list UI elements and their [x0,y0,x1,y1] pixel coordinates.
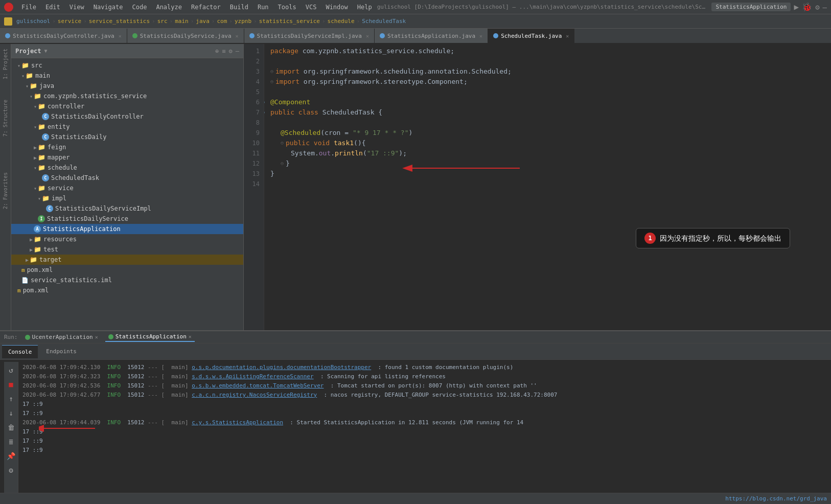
breadcrumb-stats-service[interactable]: statistics_service [259,18,320,25]
code-line-11: System.out.println("17 ::9"); [270,148,825,158]
minimize-button[interactable]: — [823,3,827,11]
tree-StatisticsDaily[interactable]: C StatisticsDaily [11,132,243,142]
run-tab-green-icon-1 [25,335,30,340]
sidebar-project-label[interactable]: 1: Project [3,47,8,81]
menu-build[interactable]: Build [226,3,252,12]
menu-tools[interactable]: Tools [274,3,301,12]
minimize-panel-icon[interactable]: — [236,48,239,55]
pin-button[interactable]: 📌 [5,450,17,462]
tree-feign[interactable]: ▶ 📁 feign [11,142,243,152]
run-tab-ucenter[interactable]: UcenterApplication ✕ [22,333,101,341]
breadcrumb-java[interactable]: java [196,18,210,25]
tree-mapper[interactable]: ▶ 📁 mapper [11,152,243,163]
project-label: Project [15,48,41,55]
log-line-1: 2020-06-08 17:09:42.130 INFO 15012 --- [… [22,363,823,372]
tab-ScheduledTask[interactable]: ScheduledTask.java ✕ [488,29,574,43]
breadcrumb-yzpnb[interactable]: yzpnb [235,18,251,25]
sidebar-structure-label[interactable]: 7: Structure [3,98,8,139]
code-content[interactable]: package com.yzpnb.statistics_service.sch… [264,44,831,330]
settings-button[interactable]: ⚙ [815,3,819,11]
menu-edit[interactable]: Edit [41,3,64,12]
gear-icon[interactable]: ⚙ [229,48,233,55]
breadcrumb-main[interactable]: main [175,18,189,25]
menu-window[interactable]: Window [321,3,352,12]
menu-view[interactable]: View [65,3,88,12]
wrap-button[interactable]: ≣ [5,436,17,448]
menu-navigate[interactable]: Navigate [89,3,127,12]
filter-icon[interactable]: ≡ [222,48,225,55]
breadcrumb-bar: gulischool › service › service_statistic… [0,14,831,29]
clear-button[interactable]: 🗑 [5,421,17,433]
tree-package[interactable]: ▾ 📁 com.yzpnb.statistics_service [11,91,243,101]
breadcrumb-service-stats[interactable]: service_statistics [89,18,150,25]
tree-test[interactable]: ▶ 📁 test [11,244,243,255]
tree-main[interactable]: ▾ 📁 main [11,71,243,81]
tree-impl[interactable]: ▾ 📁 impl [11,193,243,203]
tab-console[interactable]: Console [2,345,38,358]
run-config-selector[interactable]: StatisticsApplication [711,3,791,11]
breakpoint-6: ● [264,97,265,107]
bottom-panel: Run: UcenterApplication ✕ StatisticsAppl… [0,330,831,504]
stop-button[interactable]: ■ [5,378,17,391]
log-line-3: 2020-06-08 17:09:42.536 INFO 15012 --- [… [22,381,823,391]
breadcrumb-project[interactable]: gulischool [16,18,50,25]
tree-service[interactable]: ▾ 📁 service [11,183,243,193]
code-editor[interactable]: 1 2 3 4 5 6 7 8 9 10 11 12 13 14 package… [244,44,831,330]
tree-target[interactable]: ▶ 📁 target [11,255,243,265]
tree-StatisticsDailyService[interactable]: I StatisticsDailyService [11,214,243,224]
restart-button[interactable]: ↺ [5,364,17,376]
settings-console-button[interactable]: ⚙ [5,464,17,476]
scroll-down-button[interactable]: ↓ [5,407,17,419]
scroll-up-button[interactable]: ↑ [5,393,17,405]
menu-vcs[interactable]: VCS [302,3,321,12]
tree-ScheduledTask[interactable]: C ScheduledTask [11,173,243,183]
debug-button[interactable]: 🐞 [802,2,812,12]
code-line-10: ⊖ public void task1(){ [270,138,825,148]
menu-refactor[interactable]: Refactor [187,3,225,12]
tab-StatisticsDailyServiceImpl[interactable]: StatisticsDailyServiceImpl.java ✕ [244,29,375,43]
tree-StatisticsApplication[interactable]: A StatisticsApplication [11,224,243,234]
project-header: Project ▼ ⊕ ≡ ⚙ — [11,44,243,58]
tab-StatisticsDailyController[interactable]: StatisticsDailyController.java ✕ [0,29,127,43]
menu-analyze[interactable]: Analyze [152,3,186,12]
chevron-down-icon[interactable]: ▼ [44,48,48,54]
tree-iml[interactable]: 📄 service_statistics.iml [11,275,243,285]
tree-schedule[interactable]: ▾ 📁 schedule [11,163,243,173]
tab-StatisticsApplication[interactable]: StatisticsApplication.java ✕ [375,29,488,43]
tree-entity[interactable]: ▾ 📁 entity [11,122,243,132]
project-title: Project ▼ [15,48,48,55]
log-line-4: 2020-06-08 17:09:42.677 INFO 15012 --- [… [22,391,823,400]
console-content: ↺ ■ ↑ ↓ 🗑 ≣ 📌 ⚙ 2020-06-08 17:09:42.130 … [0,360,831,504]
tree-pom-inner[interactable]: m pom.xml [11,265,243,275]
breadcrumb-com[interactable]: com [217,18,227,25]
annotation-text: 因为没有指定秒，所以，每秒都会输出 [660,233,781,243]
annotation-box: 1 因为没有指定秒，所以，每秒都会输出 [636,228,790,248]
title-path: gulischool [D:\IdeaProjects\gulischool] … [377,4,707,10]
breadcrumb-class[interactable]: ScheduledTask [362,18,406,25]
tab-icon-2 [132,33,137,38]
tree-controller[interactable]: ▾ 📁 controller [11,101,243,111]
menu-code[interactable]: Code [128,3,151,12]
console-left-toolbar: ↺ ■ ↑ ↓ 🗑 ≣ 📌 ⚙ [4,362,18,502]
run-button[interactable]: ▶ [794,2,799,12]
run-tab-statistics[interactable]: StatisticsApplication ✕ [105,332,195,342]
tree-StatisticsDailyServiceImpl[interactable]: C StatisticsDailyServiceImpl [11,203,243,214]
tree-java[interactable]: ▾ 📁 java [11,81,243,91]
sidebar-favorites-label[interactable]: 2: Favorites [3,170,8,211]
status-url[interactable]: https://blog.csdn.net/grd_java [725,495,827,502]
menu-help[interactable]: Help [353,3,376,12]
breadcrumb-schedule[interactable]: schedule [328,18,355,25]
tree-resources[interactable]: ▶ 📁 resources [11,234,243,244]
tree-src[interactable]: ▾ 📁 src [11,60,243,71]
menu-run[interactable]: Run [253,3,273,12]
code-line-14 [270,179,825,189]
tab-StatisticsDailyService[interactable]: StatisticsDailyService.java ✕ [127,29,244,43]
tree-pom-outer[interactable]: m pom.xml [11,285,243,295]
tree-StatisticsDailyController[interactable]: C StatisticsDailyController [11,111,243,122]
sync-icon[interactable]: ⊕ [215,48,219,55]
log-line-5: 2020-06-08 17:09:44.039 INFO 15012 --- [… [22,418,823,427]
breadcrumb-service[interactable]: service [58,18,81,25]
menu-file[interactable]: File [17,3,40,12]
tab-endpoints[interactable]: Endpoints [40,345,83,358]
breadcrumb-src[interactable]: src [157,18,168,25]
